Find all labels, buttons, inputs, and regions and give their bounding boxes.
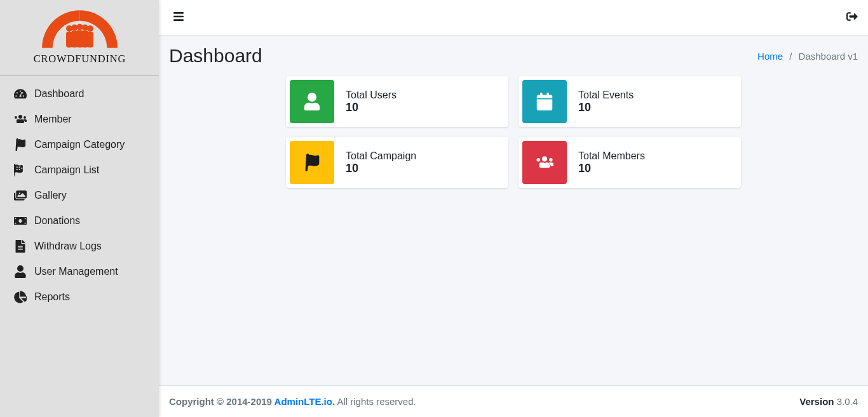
sidebar-item-member[interactable]: Member	[0, 107, 159, 132]
info-box-events: Total Events 10	[519, 76, 741, 127]
sidebar-item-campaign-category[interactable]: Campaign Category	[0, 132, 159, 157]
info-box-label: Total Events	[578, 89, 634, 101]
users-icon	[13, 113, 28, 126]
sidebar-item-withdraw-logs[interactable]: Withdraw Logs	[0, 234, 159, 259]
sidebar-item-label: Campaign List	[34, 164, 99, 176]
logout-button[interactable]	[846, 11, 858, 25]
footer-version: Version 3.0.4	[799, 396, 858, 407]
sign-out-icon	[846, 13, 858, 24]
info-box-label: Total Users	[346, 89, 397, 101]
info-box-value: 10	[578, 101, 634, 114]
svg-rect-9	[87, 32, 93, 48]
brand-text: CROWDFUNDING	[33, 53, 126, 65]
sidebar-item-label: Campaign Category	[34, 139, 125, 150]
user-icon	[290, 80, 334, 123]
money-bill-icon	[13, 215, 28, 227]
tachometer-icon	[13, 88, 28, 100]
content: Total Users 10 Total Events 10	[159, 76, 868, 208]
breadcrumb-separator: /	[785, 51, 796, 62]
sidebar-item-label: User Management	[34, 266, 118, 277]
user-icon	[13, 265, 28, 278]
info-box-label: Total Members	[578, 150, 645, 162]
info-box-value: 10	[346, 101, 397, 114]
bars-icon	[173, 13, 184, 24]
footer-brand-link[interactable]: AdminLTE.io.	[275, 396, 336, 407]
flag-icon	[290, 141, 334, 184]
page-title: Dashboard	[169, 45, 262, 67]
svg-point-0	[66, 25, 72, 32]
sidebar-item-user-management[interactable]: User Management	[0, 259, 159, 284]
breadcrumb: Home / Dashboard v1	[757, 51, 858, 62]
info-box-value: 10	[346, 162, 416, 175]
menu-toggle-button[interactable]	[169, 7, 188, 29]
images-icon	[13, 189, 28, 202]
footer-copyright: Copyright © 2014-2019 AdminLTE.io. All r…	[169, 396, 416, 407]
info-box-members: Total Members 10	[519, 137, 741, 188]
breadcrumb-current: Dashboard v1	[799, 51, 858, 62]
sidebar-item-label: Withdraw Logs	[34, 241, 102, 252]
sidebar-item-reports[interactable]: Reports	[0, 284, 159, 310]
info-box-campaign: Total Campaign 10	[286, 137, 508, 188]
flag-checkered-icon	[13, 164, 28, 176]
version-number: 3.0.4	[837, 396, 858, 407]
sidebar: CROWDFUNDING Dashboard Member	[0, 0, 159, 417]
sidebar-item-campaign-list[interactable]: Campaign List	[0, 157, 159, 183]
info-box-value: 10	[578, 162, 645, 175]
pie-chart-icon	[13, 291, 28, 303]
brand-logo[interactable]: CROWDFUNDING	[0, 0, 159, 76]
sidebar-item-donations[interactable]: Donations	[0, 208, 159, 234]
calendar-icon	[522, 80, 567, 123]
info-box-label: Total Campaign	[346, 150, 416, 162]
users-icon	[522, 141, 567, 184]
footer-rights: All rights reserved.	[337, 396, 416, 407]
sidebar-item-label: Gallery	[34, 190, 67, 201]
svg-point-3	[81, 24, 88, 30]
footer: Copyright © 2014-2019 AdminLTE.io. All r…	[159, 385, 868, 417]
sidebar-item-label: Reports	[34, 291, 70, 303]
svg-point-4	[87, 25, 93, 32]
sidebar-item-label: Dashboard	[34, 88, 84, 100]
version-label: Version	[799, 396, 836, 407]
content-header: Dashboard Home / Dashboard v1	[159, 36, 868, 76]
sidebar-item-label: Donations	[34, 215, 80, 227]
topbar	[159, 0, 868, 36]
sidebar-item-dashboard[interactable]: Dashboard	[0, 81, 159, 107]
sidebar-item-gallery[interactable]: Gallery	[0, 183, 159, 208]
sidebar-item-label: Member	[34, 114, 72, 125]
footer-copyright-prefix: Copyright © 2014-2019	[169, 396, 275, 407]
info-box-users: Total Users 10	[286, 76, 508, 127]
sidebar-nav: Dashboard Member Campaign Category Campa…	[0, 76, 159, 315]
flag-icon	[13, 138, 28, 151]
breadcrumb-home-link[interactable]: Home	[757, 51, 783, 62]
file-icon	[13, 240, 28, 253]
crowdfunding-logo-icon: CROWDFUNDING	[27, 8, 132, 70]
